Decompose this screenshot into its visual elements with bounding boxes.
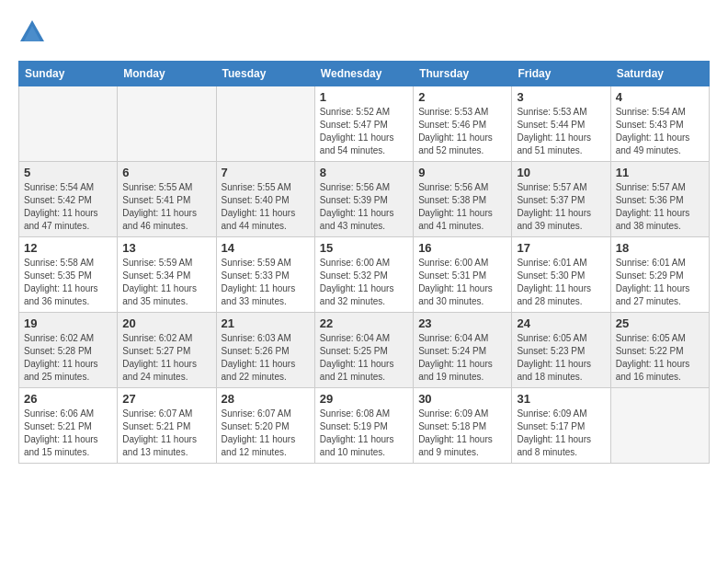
calendar-day-cell: 30Sunrise: 6:09 AMSunset: 5:18 PMDayligh…	[414, 388, 512, 464]
day-number: 2	[418, 90, 506, 104]
day-number: 10	[517, 166, 605, 179]
day-detail: Sunrise: 5:53 AMSunset: 5:44 PMDaylight:…	[517, 106, 605, 157]
day-number: 4	[616, 90, 704, 104]
day-number: 18	[616, 241, 704, 255]
logo	[18, 18, 50, 46]
day-detail: Sunrise: 5:55 AMSunset: 5:41 PMDaylight:…	[122, 181, 210, 233]
calendar-table: SundayMondayTuesdayWednesdayThursdayFrid…	[18, 61, 710, 464]
day-detail: Sunrise: 5:53 AMSunset: 5:46 PMDaylight:…	[418, 106, 506, 157]
day-number: 21	[222, 316, 310, 330]
day-detail: Sunrise: 5:57 AMSunset: 5:36 PMDaylight:…	[616, 181, 704, 233]
day-number: 25	[616, 316, 704, 330]
calendar-day-cell: 25Sunrise: 6:05 AMSunset: 5:22 PMDayligh…	[610, 313, 709, 388]
calendar-day-cell: 10Sunrise: 5:57 AMSunset: 5:37 PMDayligh…	[512, 162, 610, 237]
header-thursday: Thursday	[414, 62, 512, 86]
day-number: 14	[222, 241, 310, 255]
day-detail: Sunrise: 6:09 AMSunset: 5:18 PMDaylight:…	[418, 408, 506, 459]
calendar-day-cell	[216, 86, 314, 162]
day-number: 5	[24, 166, 112, 179]
day-number: 19	[24, 316, 112, 330]
header-wednesday: Wednesday	[314, 62, 413, 86]
calendar-day-cell: 16Sunrise: 6:00 AMSunset: 5:31 PMDayligh…	[414, 237, 512, 313]
day-number: 9	[418, 166, 506, 179]
day-detail: Sunrise: 5:54 AMSunset: 5:43 PMDaylight:…	[616, 106, 704, 157]
day-detail: Sunrise: 6:08 AMSunset: 5:19 PMDaylight:…	[320, 408, 408, 459]
day-detail: Sunrise: 5:59 AMSunset: 5:34 PMDaylight:…	[122, 257, 210, 308]
day-number: 3	[517, 90, 605, 104]
day-detail: Sunrise: 6:02 AMSunset: 5:27 PMDaylight:…	[122, 332, 210, 384]
calendar-week-row: 1Sunrise: 5:52 AMSunset: 5:47 PMDaylight…	[19, 86, 710, 162]
calendar-day-cell: 27Sunrise: 6:07 AMSunset: 5:21 PMDayligh…	[118, 388, 216, 464]
day-number: 26	[24, 392, 112, 406]
day-detail: Sunrise: 5:56 AMSunset: 5:39 PMDaylight:…	[320, 181, 408, 233]
day-number: 1	[320, 90, 408, 104]
day-number: 30	[418, 392, 506, 406]
calendar-day-cell: 19Sunrise: 6:02 AMSunset: 5:28 PMDayligh…	[19, 313, 118, 388]
logo-icon	[18, 18, 46, 46]
calendar-week-row: 5Sunrise: 5:54 AMSunset: 5:42 PMDaylight…	[19, 162, 710, 237]
day-detail: Sunrise: 6:04 AMSunset: 5:24 PMDaylight:…	[418, 332, 506, 384]
day-number: 27	[122, 392, 210, 406]
header-saturday: Saturday	[610, 62, 709, 86]
calendar-day-cell: 26Sunrise: 6:06 AMSunset: 5:21 PMDayligh…	[19, 388, 118, 464]
calendar-week-row: 12Sunrise: 5:58 AMSunset: 5:35 PMDayligh…	[19, 237, 710, 313]
calendar-day-cell: 2Sunrise: 5:53 AMSunset: 5:46 PMDaylight…	[414, 86, 512, 162]
calendar-header-row: SundayMondayTuesdayWednesdayThursdayFrid…	[19, 62, 710, 86]
day-number: 15	[320, 241, 408, 255]
day-detail: Sunrise: 6:06 AMSunset: 5:21 PMDaylight:…	[24, 408, 112, 459]
header-monday: Monday	[118, 62, 216, 86]
calendar-day-cell: 3Sunrise: 5:53 AMSunset: 5:44 PMDaylight…	[512, 86, 610, 162]
day-detail: Sunrise: 6:01 AMSunset: 5:30 PMDaylight:…	[517, 257, 605, 308]
day-number: 20	[122, 316, 210, 330]
day-number: 7	[222, 166, 310, 179]
calendar-day-cell: 11Sunrise: 5:57 AMSunset: 5:36 PMDayligh…	[610, 162, 709, 237]
calendar-day-cell	[610, 388, 709, 464]
day-number: 16	[418, 241, 506, 255]
calendar-day-cell: 7Sunrise: 5:55 AMSunset: 5:40 PMDaylight…	[216, 162, 314, 237]
calendar-day-cell: 21Sunrise: 6:03 AMSunset: 5:26 PMDayligh…	[216, 313, 314, 388]
day-detail: Sunrise: 5:59 AMSunset: 5:33 PMDaylight:…	[222, 257, 310, 308]
day-detail: Sunrise: 6:09 AMSunset: 5:17 PMDaylight:…	[517, 408, 605, 459]
day-detail: Sunrise: 6:03 AMSunset: 5:26 PMDaylight:…	[222, 332, 310, 384]
day-number: 17	[517, 241, 605, 255]
day-number: 29	[320, 392, 408, 406]
day-number: 11	[616, 166, 704, 179]
day-number: 8	[320, 166, 408, 179]
calendar-day-cell: 17Sunrise: 6:01 AMSunset: 5:30 PMDayligh…	[512, 237, 610, 313]
calendar-day-cell	[19, 86, 118, 162]
calendar-day-cell	[118, 86, 216, 162]
header-tuesday: Tuesday	[216, 62, 314, 86]
day-detail: Sunrise: 5:57 AMSunset: 5:37 PMDaylight:…	[517, 181, 605, 233]
calendar-day-cell: 18Sunrise: 6:01 AMSunset: 5:29 PMDayligh…	[610, 237, 709, 313]
day-detail: Sunrise: 6:07 AMSunset: 5:21 PMDaylight:…	[122, 408, 210, 459]
calendar-day-cell: 9Sunrise: 5:56 AMSunset: 5:38 PMDaylight…	[414, 162, 512, 237]
day-number: 28	[222, 392, 310, 406]
calendar-day-cell: 22Sunrise: 6:04 AMSunset: 5:25 PMDayligh…	[314, 313, 413, 388]
day-detail: Sunrise: 5:56 AMSunset: 5:38 PMDaylight:…	[418, 181, 506, 233]
calendar-week-row: 19Sunrise: 6:02 AMSunset: 5:28 PMDayligh…	[19, 313, 710, 388]
header-sunday: Sunday	[19, 62, 118, 86]
day-detail: Sunrise: 5:52 AMSunset: 5:47 PMDaylight:…	[320, 106, 408, 157]
day-detail: Sunrise: 5:55 AMSunset: 5:40 PMDaylight:…	[222, 181, 310, 233]
calendar-day-cell: 6Sunrise: 5:55 AMSunset: 5:41 PMDaylight…	[118, 162, 216, 237]
day-detail: Sunrise: 6:02 AMSunset: 5:28 PMDaylight:…	[24, 332, 112, 384]
calendar-day-cell: 4Sunrise: 5:54 AMSunset: 5:43 PMDaylight…	[610, 86, 709, 162]
calendar-day-cell: 14Sunrise: 5:59 AMSunset: 5:33 PMDayligh…	[216, 237, 314, 313]
day-detail: Sunrise: 6:07 AMSunset: 5:20 PMDaylight:…	[222, 408, 310, 459]
calendar-day-cell: 15Sunrise: 6:00 AMSunset: 5:32 PMDayligh…	[314, 237, 413, 313]
calendar-day-cell: 23Sunrise: 6:04 AMSunset: 5:24 PMDayligh…	[414, 313, 512, 388]
day-number: 12	[24, 241, 112, 255]
day-detail: Sunrise: 6:04 AMSunset: 5:25 PMDaylight:…	[320, 332, 408, 384]
calendar-day-cell: 12Sunrise: 5:58 AMSunset: 5:35 PMDayligh…	[19, 237, 118, 313]
calendar-week-row: 26Sunrise: 6:06 AMSunset: 5:21 PMDayligh…	[19, 388, 710, 464]
day-detail: Sunrise: 6:05 AMSunset: 5:23 PMDaylight:…	[517, 332, 605, 384]
day-number: 31	[517, 392, 605, 406]
calendar-day-cell: 31Sunrise: 6:09 AMSunset: 5:17 PMDayligh…	[512, 388, 610, 464]
day-number: 22	[320, 316, 408, 330]
day-detail: Sunrise: 6:01 AMSunset: 5:29 PMDaylight:…	[616, 257, 704, 308]
calendar-day-cell: 8Sunrise: 5:56 AMSunset: 5:39 PMDaylight…	[314, 162, 413, 237]
calendar-day-cell: 5Sunrise: 5:54 AMSunset: 5:42 PMDaylight…	[19, 162, 118, 237]
calendar-day-cell: 24Sunrise: 6:05 AMSunset: 5:23 PMDayligh…	[512, 313, 610, 388]
day-number: 23	[418, 316, 506, 330]
calendar-day-cell: 28Sunrise: 6:07 AMSunset: 5:20 PMDayligh…	[216, 388, 314, 464]
